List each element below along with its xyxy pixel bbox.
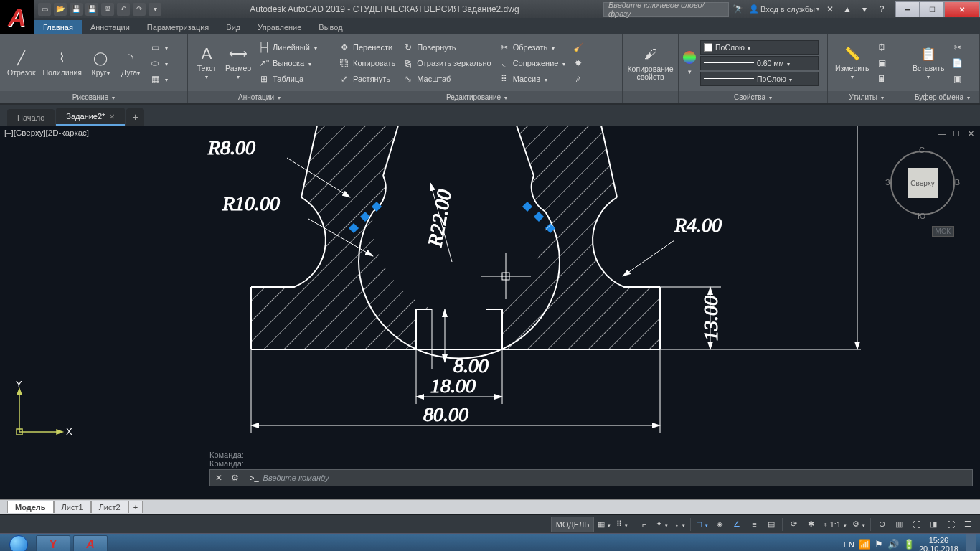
minimize-button[interactable] [895, 1, 920, 17]
rotate-button[interactable]: ↻Повернуть [400, 39, 494, 55]
status-quickprops-icon[interactable]: ▥ [891, 517, 907, 532]
status-annomonitor-icon[interactable]: ✱ [803, 517, 819, 532]
line-button[interactable]: ╱Отрезок [4, 47, 39, 78]
color-control-icon[interactable] [683, 51, 696, 64]
status-polar-icon[interactable]: ✦ [654, 517, 670, 532]
status-customize-icon[interactable]: ☰ [960, 517, 976, 532]
status-units-icon[interactable]: ⊕ [874, 517, 890, 532]
layer-combo[interactable]: ПоСлою [700, 40, 819, 55]
trim-button[interactable]: ✂Обрезать [496, 39, 569, 55]
polyline-button[interactable]: ⌇Полилиния [40, 47, 85, 78]
paste-button[interactable]: 📋Вставить [910, 43, 948, 83]
leader-button[interactable]: ↗°Выноска [255, 55, 320, 71]
text-button[interactable]: AТекст [192, 43, 221, 83]
status-cycling-icon[interactable]: ⟳ [786, 517, 801, 532]
taskbar-autocad[interactable]: A [73, 535, 108, 552]
infocenter-binoculars-icon[interactable]: 🔭 [732, 3, 745, 16]
tab-new[interactable]: + [126, 108, 143, 126]
array-button[interactable]: ⠿Массив [496, 71, 569, 87]
viewcube-north[interactable]: С [919, 146, 925, 154]
scale-button[interactable]: ⤡Масштаб [400, 71, 494, 87]
help-dropdown-icon[interactable]: ▾ [858, 3, 871, 16]
ucs-icon[interactable]: X Y [9, 382, 73, 448]
panel-draw-title[interactable]: Рисование [0, 91, 187, 103]
cmdline-close-icon[interactable]: ✕ [213, 472, 225, 484]
color-dropdown-icon[interactable]: ▾ [683, 68, 696, 75]
measure-button[interactable]: 📏Измерить [832, 43, 872, 83]
status-osnap-icon[interactable]: ◻ [694, 517, 710, 532]
panel-properties-title[interactable]: Свойства [679, 91, 827, 103]
status-transparency-icon[interactable]: ▤ [763, 517, 779, 532]
hatch-button[interactable]: ▦ [146, 71, 171, 87]
pasteblock-button[interactable]: ▣ [949, 71, 966, 87]
status-annoscale[interactable]: ♀ 1:1 [820, 517, 849, 532]
tray-network-icon[interactable]: 📶 [859, 539, 870, 550]
offset-button[interactable]: ⫽ [570, 71, 587, 87]
status-hwaccel-icon[interactable]: ⛶ [908, 517, 924, 532]
status-isodraft-icon[interactable]: ⬩ [672, 517, 687, 532]
app-store-icon[interactable]: ▲ [841, 3, 854, 16]
dimension-button[interactable]: ⟷Размер [222, 43, 254, 83]
tray-volume-icon[interactable]: 🔊 [887, 539, 899, 550]
qat-redo-icon[interactable]: ↷ [133, 3, 146, 16]
panel-annotation-title[interactable]: Аннотации [188, 91, 331, 103]
lineweight-combo[interactable]: 0.60 мм [700, 56, 819, 70]
viewcube-top-face[interactable]: Сверху [908, 168, 938, 198]
viewcube[interactable]: Сверху С Ю В З [887, 147, 958, 219]
maximize-button[interactable] [920, 1, 944, 17]
tray-flag-icon[interactable]: ⚑ [875, 539, 883, 550]
explode-button[interactable]: ✸ [570, 55, 587, 71]
status-grid-icon[interactable]: ▦ [595, 517, 613, 532]
status-lwt-icon[interactable]: ≡ [746, 517, 762, 532]
drawing-area[interactable]: [–][Сверху][2D-каркас] — ☐ ✕ Сверху С Ю … [0, 126, 980, 499]
table-button[interactable]: ⊞Таблица [255, 71, 320, 87]
panel-clipboard-title[interactable]: Буфер обмена [905, 91, 979, 103]
ribbon-tab-output[interactable]: Вывод [310, 20, 351, 34]
copyclip-button[interactable]: 📄 [949, 55, 966, 71]
viewcube-east[interactable]: В [955, 178, 960, 187]
fillet-button[interactable]: ◟Сопряжение [496, 55, 569, 71]
matchprops-button[interactable]: 🖌Копирование свойств [627, 44, 674, 83]
status-3dosnap-icon[interactable]: ◈ [712, 517, 727, 532]
wcs-indicator[interactable]: МСК [932, 226, 954, 237]
qat-dropdown-icon[interactable]: ▾ [149, 3, 161, 16]
exchange-icon[interactable]: ✕ [824, 3, 837, 16]
close-button[interactable] [944, 1, 980, 17]
qat-saveas-icon[interactable]: 💾 [85, 3, 98, 16]
panel-modify-title[interactable]: Редактирование [331, 91, 622, 103]
cmdline-customize-icon[interactable]: ⚙ [229, 472, 240, 484]
quickcalc-button[interactable]: 🖩 [873, 71, 890, 87]
arc-button[interactable]: ◝Дуга [116, 47, 145, 79]
qat-plot-icon[interactable]: 🖶 [101, 3, 114, 16]
tab-close-icon[interactable]: ✕ [109, 113, 115, 121]
qat-open-icon[interactable]: 📂 [54, 3, 67, 16]
viewport-minimize-icon[interactable]: — [937, 128, 947, 138]
erase-button[interactable]: 🧹 [570, 39, 587, 55]
viewport-maximize-icon[interactable]: ☐ [951, 128, 961, 138]
mirror-button[interactable]: ⧎Отразить зеркально [400, 55, 494, 71]
tab-start[interactable]: Начало [7, 109, 55, 126]
ribbon-tab-view[interactable]: Вид [217, 20, 249, 34]
infocenter-search[interactable]: Введите ключевое слово/фразу [603, 2, 729, 17]
tab-file[interactable]: Задание2*✕ [56, 108, 125, 126]
ribbon-tab-home[interactable]: Главная [34, 20, 82, 34]
signin-button[interactable]: 👤Вход в службы▾ [749, 4, 819, 14]
tray-battery-icon[interactable]: 🔋 [903, 539, 915, 550]
taskbar-browser[interactable]: Y [36, 535, 70, 552]
panel-utilities-title[interactable]: Утилиты [828, 91, 905, 103]
status-isolate-icon[interactable]: ◨ [925, 517, 941, 532]
start-button[interactable] [4, 534, 33, 552]
status-workspace-icon[interactable]: ⚙ [850, 517, 867, 532]
viewport-close-icon[interactable]: ✕ [966, 128, 976, 138]
qat-new-icon[interactable]: ▭ [38, 3, 51, 16]
show-desktop-button[interactable] [966, 534, 976, 552]
selectall-button[interactable]: ▣ [873, 55, 890, 71]
ribbon-tab-parametric[interactable]: Параметризация [138, 20, 217, 34]
linetype-combo[interactable]: ПоСлою [700, 72, 819, 86]
command-line[interactable]: ✕ ⚙ >_ Введите команду [209, 469, 973, 486]
ribbon-tab-annotate[interactable]: Аннотации [82, 20, 138, 34]
stretch-button[interactable]: ⤢Растянуть [336, 71, 398, 87]
circle-button[interactable]: ◯Круг [86, 47, 115, 79]
ellipse-button[interactable]: ⬭ [146, 55, 171, 71]
layout-tab-sheet2[interactable]: Лист2 [91, 501, 128, 513]
